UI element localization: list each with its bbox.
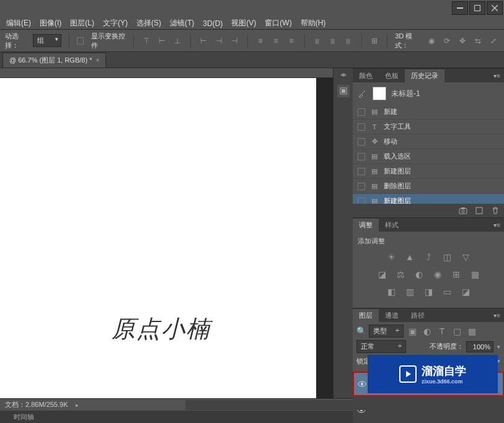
history-snapshot-thumb[interactable] [373,87,386,100]
history-item[interactable]: ▤ 载入选区 [353,149,504,164]
chevron-down-icon[interactable]: ▾ [497,344,500,350]
panel-menu-icon[interactable]: ▾≡ [490,312,504,319]
auto-align-icon[interactable]: ⊞ [369,35,379,47]
tab-timeline[interactable]: 时间轴 [7,411,40,424]
visibility-icon[interactable] [358,380,366,388]
history-checkbox[interactable] [358,153,365,160]
panels-container: 颜色 色板 历史记录 ▾≡ 未标题-1 ▤ 新建 [353,68,504,398]
close-button[interactable] [487,1,503,15]
tab-channels[interactable]: 通道 [379,309,405,322]
distribute-4-icon[interactable]: ⫼ [312,35,322,47]
distribute-5-icon[interactable]: ⫼ [327,35,338,47]
layer-filter-dropdown[interactable]: 类型÷ [369,325,404,338]
tab-layers[interactable]: 图层 [353,309,379,322]
panel-menu-icon[interactable]: ▾≡ [490,222,504,229]
auto-select-dropdown[interactable]: 组 [33,34,61,47]
curves-icon[interactable]: ⤴ [422,251,435,263]
gradient-map-icon[interactable]: ▭ [441,286,453,298]
distribute-2-icon[interactable]: ≡ [271,35,281,47]
threshold-icon[interactable]: ◨ [422,286,435,298]
tab-paths[interactable]: 路径 [405,309,431,322]
bw-icon[interactable]: ◐ [413,268,425,281]
exposure-icon[interactable]: ◫ [441,251,453,263]
distribute-1-icon[interactable]: ≡ [255,35,266,47]
distribute-3-icon[interactable]: ≡ [286,35,297,47]
history-item[interactable]: T 文字工具 [353,120,504,134]
align-top-icon[interactable]: ⊤ [141,35,152,47]
align-hcenter-icon[interactable]: ⊣ [214,35,224,47]
camera-icon[interactable] [458,206,468,216]
levels-icon[interactable]: ▲ [404,251,416,263]
align-vcenter-icon[interactable]: ⊢ [157,35,167,47]
menu-select[interactable]: 选择(S) [133,17,165,30]
history-checkbox[interactable] [358,183,365,190]
menu-edit[interactable]: 编辑(E) [2,17,35,30]
history-checkbox[interactable] [358,198,365,204]
menu-type[interactable]: 文字(Y) [99,17,131,30]
color-lookup-icon[interactable]: ▦ [469,268,481,281]
chevron-right-icon[interactable]: ▸ [76,402,79,408]
menu-filter[interactable]: 滤镜(T) [166,17,198,30]
filter-shape-icon[interactable]: ▢ [451,325,463,338]
close-icon[interactable]: × [95,57,99,64]
menu-3d[interactable]: 3D(D) [199,18,226,29]
scale-icon[interactable]: ⤢ [489,35,499,47]
tab-styles[interactable]: 样式 [379,219,405,232]
photo-filter-icon[interactable]: ◉ [431,268,444,281]
document-tab[interactable]: @ 66.7% (图层 1, RGB/8) * × [2,53,106,68]
menu-help[interactable]: 帮助(H) [297,17,330,30]
canvas[interactable]: 原点小楠 [0,78,316,398]
vibrance-icon[interactable]: ▽ [459,251,472,263]
posterize-icon[interactable]: ▥ [404,286,416,298]
canvas-viewport[interactable]: 原点小楠 shift+ctrl+n新建 [0,78,333,398]
history-item[interactable]: ✥ 移动 [353,134,504,149]
show-transform-checkbox[interactable] [77,37,84,45]
align-bottom-icon[interactable]: ⊥ [172,35,183,47]
distribute-6-icon[interactable]: ⫼ [343,35,354,47]
history-checkbox[interactable] [358,168,365,175]
search-icon[interactable]: 🔍 [356,326,366,336]
history-checkbox[interactable] [358,123,365,131]
tab-adjustments[interactable]: 调整 [353,219,379,232]
panel-shortcut-icon[interactable] [337,84,350,98]
menu-image[interactable]: 图像(I) [36,17,65,30]
brightness-icon[interactable]: ☀ [385,251,397,263]
collapse-arrow-icon[interactable] [340,73,347,77]
history-item[interactable]: ▤ 新建图层 [353,164,504,179]
tab-color[interactable]: 颜色 [353,69,379,82]
history-item[interactable]: ▤ 新建图层 [353,194,504,204]
selective-color-icon[interactable]: ◪ [459,286,472,298]
panel-menu-icon[interactable]: ▾≡ [490,72,504,79]
history-checkbox[interactable] [358,138,365,146]
new-snapshot-icon[interactable] [474,206,484,216]
orbit-icon[interactable]: ◉ [427,35,437,47]
balance-icon[interactable]: ⚖ [394,268,407,281]
horizontal-scrollbar[interactable] [185,400,500,410]
filter-smart-icon[interactable]: ▦ [466,325,478,338]
filter-type-icon[interactable]: T [436,325,448,338]
filter-pixel-icon[interactable]: ▣ [406,325,418,338]
minimize-button[interactable] [452,1,468,15]
blend-mode-dropdown[interactable]: 正常÷ [356,340,406,353]
align-right-icon[interactable]: ⊣ [229,35,240,47]
opacity-value[interactable]: 100% [466,341,493,352]
maximize-button[interactable] [469,1,485,15]
menu-view[interactable]: 视图(V) [228,17,260,30]
history-item[interactable]: ▤ 新建 [353,105,504,120]
slide-icon[interactable]: ⇆ [473,35,484,47]
menu-window[interactable]: 窗口(W) [261,17,295,30]
filter-adjust-icon[interactable]: ◐ [421,325,433,338]
hue-icon[interactable]: ◪ [376,268,388,281]
channel-mixer-icon[interactable]: ⊞ [450,268,462,281]
pan-icon[interactable]: ✥ [458,35,468,47]
history-checkbox[interactable] [358,108,365,116]
tab-swatches[interactable]: 色板 [379,69,405,82]
invert-icon[interactable]: ◧ [385,286,397,298]
roll-icon[interactable]: ⟳ [442,35,453,47]
tab-history[interactable]: 历史记录 [405,69,444,82]
align-left-icon[interactable]: ⊢ [198,35,209,47]
history-item[interactable]: ▤ 删除图层 [353,179,504,194]
horizontal-ruler[interactable] [0,68,333,78]
trash-icon[interactable] [490,206,500,216]
menu-layer[interactable]: 图层(L) [66,17,98,30]
